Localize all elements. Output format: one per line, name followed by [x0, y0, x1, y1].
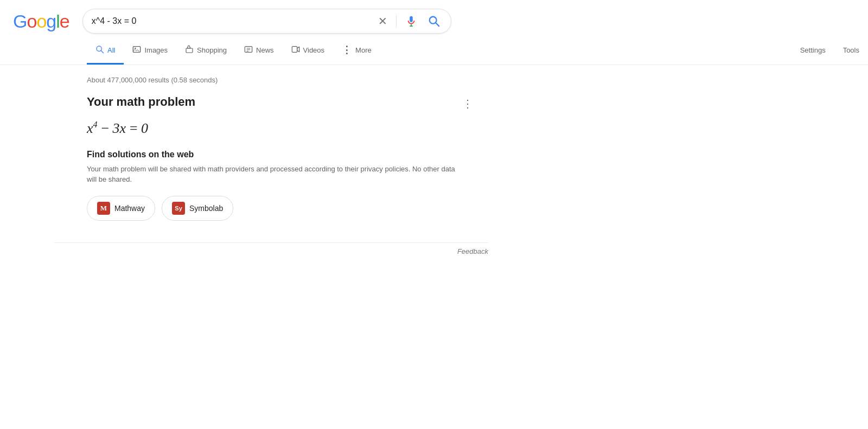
search-icon — [428, 15, 440, 27]
images-icon — [132, 45, 141, 55]
more-dots-icon: ⋮ — [342, 44, 352, 56]
logo-o2: o — [36, 11, 46, 32]
symbolab-button[interactable]: Sy Symbolab — [162, 196, 233, 221]
logo-o1: o — [27, 11, 36, 32]
search-divider — [396, 15, 397, 28]
find-solutions-title: Find solutions on the web — [87, 150, 488, 159]
solver-buttons: M Mathway Sy Symbolab — [87, 196, 488, 221]
settings-tab[interactable]: Settings — [792, 39, 834, 63]
logo-e: e — [60, 11, 69, 32]
svg-point-7 — [135, 47, 136, 49]
clear-button[interactable]: ✕ — [376, 12, 390, 30]
news-icon — [244, 45, 253, 55]
search-tab-icon — [95, 45, 104, 54]
card-menu-button[interactable]: ⋮ — [458, 95, 477, 112]
tab-more-label: More — [355, 46, 372, 54]
math-card: ⋮ Your math problem x4 − 3x = 0 Find sol… — [87, 95, 488, 255]
mathway-logo: M — [97, 202, 110, 215]
tools-tab[interactable]: Tools — [834, 39, 868, 63]
search-results: About 477,000,000 results (0.58 seconds)… — [0, 65, 488, 266]
svg-line-3 — [435, 23, 438, 26]
tab-news[interactable]: News — [235, 37, 283, 65]
nav-right: Settings Tools — [792, 38, 868, 63]
all-icon — [95, 45, 104, 55]
shopping-icon — [185, 45, 194, 55]
logo-g2: g — [46, 11, 56, 32]
search-bar: x^4 - 3x = 0 ✕ — [82, 9, 451, 34]
tab-videos-label: Videos — [303, 46, 325, 54]
tab-shopping-label: Shopping — [197, 46, 227, 54]
privacy-note: Your math problem will be shared with ma… — [87, 164, 467, 185]
logo-g: G — [13, 11, 27, 32]
tab-news-label: News — [256, 46, 274, 54]
mic-icon — [405, 15, 417, 27]
google-logo: Google — [13, 11, 69, 32]
mathway-button[interactable]: M Mathway — [87, 196, 155, 221]
tab-shopping[interactable]: Shopping — [176, 37, 235, 65]
tab-images-label: Images — [144, 46, 168, 54]
symbolab-logo: Sy — [172, 202, 185, 215]
voice-search-button[interactable] — [403, 13, 419, 29]
search-button[interactable] — [426, 13, 442, 29]
search-bar-wrapper: x^4 - 3x = 0 ✕ — [82, 9, 451, 34]
search-input[interactable]: x^4 - 3x = 0 — [92, 16, 372, 26]
search-bar-actions: ✕ — [376, 12, 442, 30]
tab-all[interactable]: All — [87, 37, 124, 65]
math-equation: x4 − 3x = 0 — [87, 120, 488, 137]
math-card-title: Your math problem — [87, 95, 488, 109]
results-count: About 477,000,000 results (0.58 seconds) — [87, 76, 488, 84]
tab-videos[interactable]: Videos — [283, 37, 334, 65]
svg-line-5 — [101, 50, 104, 53]
tab-more[interactable]: ⋮ More — [333, 36, 380, 65]
feedback-link[interactable]: Feedback — [457, 247, 488, 255]
search-nav: All Images Shopping — [0, 36, 868, 65]
svg-rect-8 — [186, 48, 193, 53]
tab-all-label: All — [107, 46, 115, 54]
tab-images[interactable]: Images — [124, 37, 176, 65]
svg-rect-13 — [292, 46, 297, 52]
videos-icon — [291, 45, 300, 55]
feedback-row: Feedback — [87, 243, 488, 255]
symbolab-label: Symbolab — [189, 204, 223, 213]
header: Google x^4 - 3x = 0 ✕ — [0, 0, 868, 34]
mathway-label: Mathway — [114, 204, 145, 213]
